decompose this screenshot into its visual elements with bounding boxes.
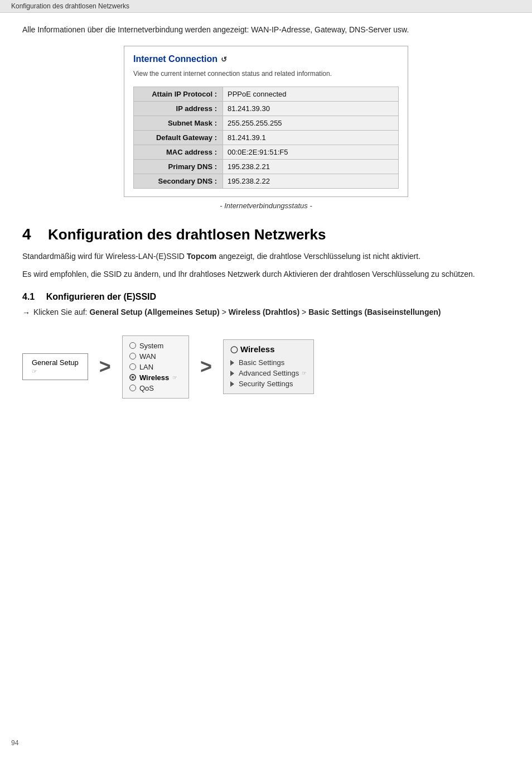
section-body-1: Standardmäßig wird für Wireless-LAN-(E)S… [22, 250, 510, 262]
section-body-2: Es wird empfohlen, die SSID zu ändern, u… [22, 268, 510, 280]
triangle-security-icon [230, 381, 234, 387]
general-setup-box[interactable]: General Setup ☞ [22, 353, 88, 380]
table-row: Default Gateway :81.241.39.1 [134, 131, 399, 145]
row-label: Subnet Mask : [134, 116, 223, 131]
triangle-advanced-icon [230, 371, 234, 376]
row-label: MAC address : [134, 145, 223, 160]
subsection-title: Konfigurieren der (E)SSID [46, 292, 156, 301]
cursor-advanced-icon: ☞ [302, 370, 307, 376]
connection-box-subtitle: View the current internet connection sta… [133, 70, 399, 78]
refresh-icon[interactable]: ↺ [221, 55, 227, 64]
row-value: 195.238.2.22 [223, 174, 399, 189]
top-bar-label: Konfiguration des drahtlosen Netzwerks [11, 2, 129, 10]
wireless-item-security[interactable]: Security Settings [230, 378, 307, 389]
info-table: Attain IP Protocol :PPPoE connectedIP ad… [133, 87, 399, 189]
basic-settings-label: Basic Settings [239, 358, 284, 367]
wireless-section: ◯ Wireless Basic Settings Advanced Setti… [223, 339, 314, 394]
wireless-title: ◯ Wireless [230, 344, 307, 354]
table-row: MAC address :00:0E:2E:91:51:F5 [134, 145, 399, 160]
intro-text: Alle Informationen über die Internetverb… [22, 24, 510, 36]
advanced-settings-label: Advanced Settings [239, 369, 299, 377]
row-label: Primary DNS : [134, 160, 223, 174]
row-value: 195.238.2.21 [223, 160, 399, 174]
menu-item-system: System [129, 340, 182, 351]
row-label: IP address : [134, 102, 223, 116]
page-content: Alle Informationen über die Internetverb… [0, 13, 532, 426]
top-bar: Konfiguration des drahtlosen Netzwerks [0, 0, 532, 13]
table-row: Subnet Mask :255.255.255.255 [134, 116, 399, 131]
menu-item-wan: WAN [129, 351, 182, 362]
section-number: 4 [22, 226, 39, 243]
wireless-circle-icon: ◯ [230, 346, 238, 353]
section-heading: 4 Konfiguration des drahtlosen Netzwerks [22, 226, 510, 243]
subsection-number: 4.1 [22, 292, 35, 301]
row-value: 81.241.39.30 [223, 102, 399, 116]
row-label: Default Gateway : [134, 131, 223, 145]
menu-item-lan: LAN [129, 362, 182, 372]
radio-qos [129, 385, 136, 391]
row-value: 255.255.255.255 [223, 116, 399, 131]
general-setup-label: General Setup [32, 358, 79, 367]
triangle-basic-icon [230, 360, 234, 366]
row-label: Secondary DNS : [134, 174, 223, 189]
table-row: IP address :81.241.39.30 [134, 102, 399, 116]
row-value: 00:0E:2E:91:51:F5 [223, 145, 399, 160]
subsection-heading: 4.1 Konfigurieren der (E)SSID [22, 292, 510, 302]
table-row: Secondary DNS :195.238.2.22 [134, 174, 399, 189]
table-row: Primary DNS :195.238.2.21 [134, 160, 399, 174]
cursor-hand-icon: ☞ [32, 368, 37, 375]
wireless-item-basic[interactable]: Basic Settings [230, 357, 307, 368]
wireless-item-advanced[interactable]: Advanced Settings ☞ [230, 368, 307, 378]
nav-menu-1: System WAN LAN Wireless ☞ QoS [122, 335, 189, 399]
row-value: PPPoE connected [223, 87, 399, 102]
nav-arrow-1: > [99, 355, 111, 378]
page-number: 94 [11, 739, 18, 747]
caption-text: - Internetverbindungsstatus - [22, 202, 510, 210]
radio-system [129, 342, 136, 349]
radio-wan [129, 353, 136, 359]
arrow-instruction: → Klicken Sie auf: General Setup (Allgem… [22, 306, 510, 319]
radio-wireless [129, 374, 136, 381]
instruction-text: Klicken Sie auf: General Setup (Allgemei… [33, 306, 441, 318]
security-settings-label: Security Settings [239, 380, 293, 388]
table-row: Attain IP Protocol :PPPoE connected [134, 87, 399, 102]
row-label: Attain IP Protocol : [134, 87, 223, 102]
menu-item-wireless: Wireless ☞ [129, 372, 182, 383]
arrow-symbol: → [22, 307, 30, 319]
connection-box-title: Internet Connection ↺ [133, 54, 399, 64]
connection-box: Internet Connection ↺ View the current i… [124, 46, 408, 197]
menu-item-qos: QoS [129, 383, 182, 394]
row-value: 81.241.39.1 [223, 131, 399, 145]
nav-diagram: General Setup ☞ > System WAN LAN Wireles… [22, 330, 510, 404]
radio-lan [129, 363, 136, 370]
cursor-wireless-icon: ☞ [172, 375, 177, 381]
brand-name: Topcom [187, 252, 216, 261]
nav-arrow-2: > [200, 355, 212, 378]
section-title: Konfiguration des drahtlosen Netzwerks [48, 226, 326, 243]
